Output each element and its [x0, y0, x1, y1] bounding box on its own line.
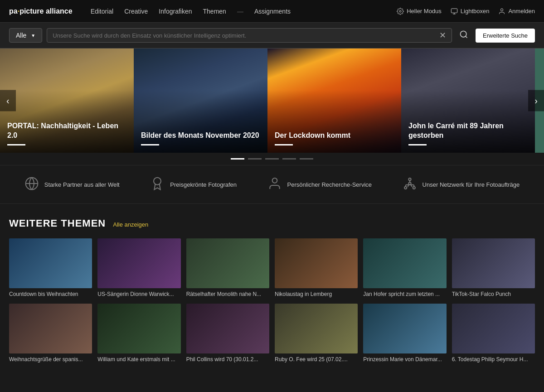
svg-point-3 [461, 31, 466, 37]
themen-card-4[interactable]: Nikolaustag in Lemberg [275, 238, 358, 298]
themen-header: WEITERE THEMEN Alle anzeigen [9, 218, 535, 229]
hero-dots [0, 153, 544, 165]
card-8-image [97, 304, 180, 353]
nav-creative[interactable]: Creative [124, 8, 148, 15]
nav-assignments[interactable]: Assignments [254, 8, 291, 15]
themen-card-11[interactable]: Prinzessin Marie von Dänemar... [363, 304, 446, 363]
card-4-label: Nikolaustag in Lemberg [275, 291, 358, 298]
heller-modus-label: Heller Modus [407, 8, 442, 15]
feature-partner: Starke Partner aus aller Welt [24, 176, 120, 193]
themen-card-8[interactable]: William und Kate erstmals mit ... [97, 304, 180, 363]
feature-foto: Preisgekrönte Fotografen [150, 176, 237, 193]
card-7-label: Weihnachtsgrüße der spanis... [9, 356, 92, 363]
slide-2-underline [141, 144, 159, 145]
lightboxen-button[interactable]: Lightboxen [451, 8, 490, 15]
slide-3-title: Der Lockdown kommt [275, 131, 350, 140]
slide-3-underline [275, 144, 293, 145]
themen-grid: Countdown bis Weihnachten US-Sängerin Di… [9, 238, 535, 363]
anmelden-button[interactable]: Anmelden [498, 8, 535, 15]
slide-1-title: PORTAL: Nachhaltigkeit - Leben 2.0 [7, 121, 126, 140]
svg-point-9 [404, 187, 407, 189]
card-1-image [9, 238, 92, 288]
themen-card-12[interactable]: 6. Todestag Philip Seymour H... [452, 304, 535, 363]
heller-modus-button[interactable]: Heller Modus [397, 8, 442, 15]
user-icon [498, 8, 505, 15]
main-nav: Editorial Creative Infografiken Themen —… [91, 8, 397, 15]
search-input[interactable] [53, 32, 436, 39]
themen-card-9[interactable]: Phil Collins wird 70 (30.01.2... [186, 304, 269, 363]
anmelden-label: Anmelden [508, 8, 535, 15]
filter-label: Alle [16, 32, 26, 39]
logo[interactable]: pa·picture alliance [9, 7, 73, 15]
slide-2-title: Bilder des Monats November 2020 [141, 131, 259, 140]
themen-card-2[interactable]: US-Sängerin Dionne Warwick... [97, 238, 180, 298]
hero-slide-3[interactable]: Der Lockdown kommt [267, 48, 401, 153]
feature-foto-label: Preisgekrönte Fotografen [170, 181, 237, 188]
features-section: Starke Partner aus aller Welt Preisgekrö… [0, 165, 544, 204]
card-10-label: Ruby O. Fee wird 25 (07.02.... [275, 356, 358, 363]
medal-icon [150, 176, 165, 193]
themen-title: WEITERE THEMEN [9, 218, 106, 229]
hero-dot-2[interactable] [248, 158, 262, 160]
themen-card-3[interactable]: Rätselhafter Monolith nahe N... [186, 238, 269, 298]
hero-slide-1[interactable]: PORTAL: Nachhaltigkeit - Leben 2.0 [0, 48, 134, 153]
themen-card-10[interactable]: Ruby O. Fee wird 25 (07.02.... [275, 304, 358, 363]
card-4-image [275, 238, 358, 288]
themen-card-6[interactable]: TikTok-Star Falco Punch [452, 238, 535, 298]
search-filter-dropdown[interactable]: Alle ▼ [9, 28, 42, 43]
themen-card-5[interactable]: Jan Hofer spricht zum letzten ... [363, 238, 446, 298]
hero-slide-2[interactable]: Bilder des Monats November 2020 [134, 48, 267, 153]
search-input-wrap: ✕ [47, 28, 452, 43]
erweiterte-suche-button[interactable]: Erweiterte Suche [476, 29, 535, 43]
slide-1-underline [7, 144, 25, 145]
feature-partner-label: Starke Partner aus aller Welt [44, 181, 120, 188]
card-1-label: Countdown bis Weihnachten [9, 291, 92, 298]
card-7-image [9, 304, 92, 353]
svg-point-8 [408, 178, 411, 180]
themen-card-1[interactable]: Countdown bis Weihnachten [9, 238, 92, 298]
chevron-down-icon: ▼ [31, 33, 35, 38]
themen-section: WEITERE THEMEN Alle anzeigen Countdown b… [0, 204, 544, 372]
slide-4-title: John le Carré mit 89 Jahren gestorben [408, 121, 528, 140]
hero-prev-button[interactable]: ‹ [0, 90, 16, 111]
hero-dot-5[interactable] [300, 158, 313, 160]
hero-next-button[interactable]: › [528, 90, 544, 111]
card-8-label: William und Kate erstmals mit ... [97, 356, 180, 363]
feature-network-label: Unser Netzwerk für Ihre Fotoaufträge [423, 181, 520, 188]
card-11-label: Prinzessin Marie von Dänemar... [363, 356, 446, 363]
lightbox-icon [451, 8, 458, 15]
card-3-image [186, 238, 269, 288]
nav-dash: — [237, 8, 243, 15]
feature-network: Unser Netzwerk für Ihre Fotoaufträge [403, 176, 520, 193]
slide-4-underline [408, 144, 427, 145]
card-5-label: Jan Hofer spricht zum letzten ... [363, 291, 446, 298]
svg-point-0 [399, 10, 401, 12]
lightboxen-label: Lightboxen [461, 8, 490, 15]
hero-dot-1[interactable] [231, 158, 244, 160]
card-6-image [452, 238, 535, 288]
card-2-label: US-Sängerin Dionne Warwick... [97, 291, 180, 298]
card-2-image [97, 238, 180, 288]
search-icon [459, 30, 468, 39]
feature-recherche-label: Persönlicher Recherche-Service [287, 181, 372, 188]
clear-icon[interactable]: ✕ [439, 31, 446, 39]
hero-slide-4[interactable]: John le Carré mit 89 Jahren gestorben [401, 48, 535, 153]
nav-themen[interactable]: Themen [203, 8, 226, 15]
svg-point-6 [154, 178, 161, 185]
hero-dot-4[interactable] [282, 158, 296, 160]
nav-editorial[interactable]: Editorial [91, 8, 114, 15]
card-11-image [363, 304, 446, 353]
card-9-image [186, 304, 269, 353]
card-10-image [275, 304, 358, 353]
themen-all-link[interactable]: Alle anzeigen [113, 221, 148, 228]
themen-card-7[interactable]: Weihnachtsgrüße der spanis... [9, 304, 92, 363]
svg-point-7 [272, 178, 277, 183]
search-icon-button[interactable] [457, 27, 471, 44]
nav-infografiken[interactable]: Infografiken [159, 8, 192, 15]
feature-recherche: Persönlicher Recherche-Service [267, 176, 372, 193]
header-actions: Heller Modus Lightboxen Anmelden [397, 8, 535, 15]
svg-rect-1 [451, 9, 457, 13]
search-bar: Alle ▼ ✕ Erweiterte Suche [0, 23, 544, 48]
hero-dot-3[interactable] [265, 158, 279, 160]
card-12-label: 6. Todestag Philip Seymour H... [452, 356, 535, 363]
